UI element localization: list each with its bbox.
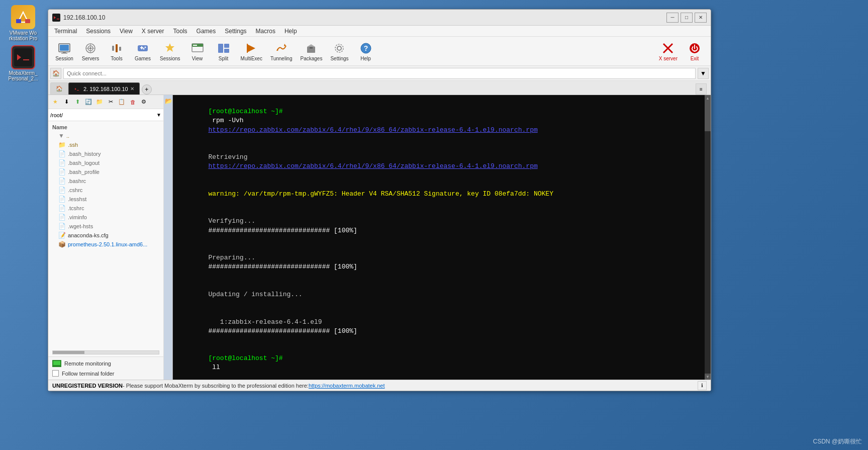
- tab-close-icon[interactable]: ✕: [130, 86, 134, 92]
- list-item[interactable]: 📄 .bashrc: [48, 176, 163, 186]
- games-button[interactable]: Games: [131, 40, 155, 62]
- menu-sessions[interactable]: Sessions: [82, 27, 115, 36]
- files-panel-icon[interactable]: 📂: [165, 97, 172, 105]
- session-button[interactable]: Session: [52, 40, 76, 62]
- menu-xserver[interactable]: X server: [138, 27, 168, 36]
- close-button[interactable]: ✕: [695, 13, 707, 23]
- sidebar-newfolder-icon[interactable]: 📁: [94, 97, 105, 107]
- path-input[interactable]: [50, 112, 156, 118]
- list-item[interactable]: 📁 .ssh: [48, 140, 163, 149]
- tab-session-active[interactable]: 2. 192.168.100.10 ✕: [68, 82, 140, 95]
- status-link[interactable]: https://mobaxterm.mobatek.net: [309, 383, 385, 389]
- scroll-thumb[interactable]: [705, 101, 711, 131]
- file-name: .bash_profile: [68, 169, 100, 175]
- menu-terminal[interactable]: Terminal: [50, 27, 81, 36]
- file-name: .tcshrc: [68, 205, 84, 211]
- svg-rect-20: [116, 44, 118, 52]
- terminal-line: Updating / installing...: [177, 281, 701, 309]
- list-item[interactable]: ▼ ..: [48, 131, 163, 140]
- tools-icon: [110, 41, 124, 55]
- list-item[interactable]: 📦 prometheus-2.50.1.linux-amd6...: [48, 240, 163, 249]
- multiexec-button[interactable]: MultiExec: [238, 40, 265, 62]
- svg-text:?: ?: [363, 44, 368, 52]
- url-link[interactable]: https://repo.zabbix.com/zabbix/6.4/rhel/…: [208, 126, 537, 134]
- svg-rect-49: [74, 86, 80, 92]
- list-item[interactable]: 📄 .bash_history: [48, 149, 163, 158]
- active-tab-label: 2. 192.168.100.10: [83, 86, 128, 92]
- sidebar-star-icon[interactable]: ★: [50, 97, 60, 107]
- menu-games[interactable]: Games: [192, 27, 220, 36]
- new-tab-button[interactable]: +: [142, 84, 152, 95]
- games-icon: [136, 41, 150, 55]
- list-item[interactable]: 📄 .bash_logout: [48, 158, 163, 167]
- svg-marker-34: [247, 44, 255, 52]
- exit-button[interactable]: ⏻ Exit: [683, 40, 707, 62]
- list-item[interactable]: 📄 .viminfo: [48, 213, 163, 222]
- list-item[interactable]: 📄 .bash_profile: [48, 167, 163, 176]
- sidebar-copy-icon[interactable]: 📋: [117, 97, 127, 107]
- packages-button[interactable]: Packages: [298, 40, 326, 62]
- tab-home[interactable]: 🏠: [50, 82, 68, 95]
- follow-folder-checkbox[interactable]: [52, 370, 59, 377]
- scroll-down-button[interactable]: ▼: [705, 374, 711, 380]
- sidebar-upload-icon[interactable]: ⬆: [72, 97, 82, 107]
- sidebar-cut-icon[interactable]: ✂: [106, 97, 116, 107]
- sessions-button[interactable]: Sessions: [157, 40, 183, 62]
- settings-button[interactable]: Settings: [327, 40, 351, 62]
- file-name: .bash_history: [68, 151, 101, 157]
- svg-rect-13: [61, 53, 67, 54]
- maximize-button[interactable]: □: [681, 13, 693, 23]
- menu-help[interactable]: Help: [280, 27, 301, 36]
- terminal-scrollbar[interactable]: ▲ ▼: [705, 95, 711, 380]
- terminal-line: Verifying... ###########################…: [177, 208, 701, 244]
- list-item[interactable]: 📝 anaconda-ks.cfg: [48, 231, 163, 240]
- menu-settings[interactable]: Settings: [221, 27, 250, 36]
- menu-view[interactable]: View: [116, 27, 137, 36]
- remote-monitoring[interactable]: Remote monitoring: [52, 360, 159, 367]
- scroll-up-button[interactable]: ▲: [705, 95, 711, 101]
- servers-button[interactable]: Servers: [78, 40, 103, 62]
- tab-menu-icon[interactable]: ≡: [696, 83, 707, 95]
- tools-button[interactable]: Tools: [105, 40, 129, 62]
- servers-label: Servers: [82, 56, 99, 61]
- sidebar-download-icon[interactable]: ⬇: [61, 97, 71, 107]
- xserver-button[interactable]: X server: [656, 40, 681, 62]
- url-link[interactable]: https://repo.zabbix.com/zabbix/6.4/rhel/…: [208, 162, 537, 170]
- terminal-area[interactable]: [root@localhost ~]# rpm -Uvh https://rep…: [173, 95, 705, 380]
- help-label: Help: [360, 56, 371, 61]
- sidebar-refresh-icon[interactable]: 🔄: [83, 97, 93, 107]
- list-item[interactable]: 📄 .tcshrc: [48, 204, 163, 213]
- follow-terminal-folder[interactable]: Follow terminal folder: [52, 370, 159, 377]
- split-button[interactable]: Split: [212, 40, 236, 62]
- help-button[interactable]: ? Help: [354, 40, 378, 62]
- path-dropdown-icon[interactable]: ▼: [156, 112, 161, 118]
- sidebar-settings-icon[interactable]: ⚙: [139, 97, 149, 107]
- menu-macros[interactable]: Macros: [252, 27, 279, 36]
- status-info-icon: ℹ: [698, 381, 707, 390]
- list-item[interactable]: 📄 .cshrc: [48, 186, 163, 195]
- desktop-icons: VMware Wo rkstation Pro MobaXterm_Person…: [5, 5, 41, 81]
- minimize-button[interactable]: ─: [666, 13, 679, 23]
- prompt: [root@localhost ~]#: [208, 354, 282, 362]
- list-item[interactable]: 📄 .wget-hsts: [48, 222, 163, 231]
- vmware-label: VMware Wo rkstation Pro: [5, 30, 41, 41]
- vmware-icon[interactable]: VMware Wo rkstation Pro: [5, 5, 41, 41]
- file-icon: 📄: [58, 159, 66, 166]
- menu-tools[interactable]: Tools: [169, 27, 191, 36]
- tunneling-label: Tunneling: [270, 56, 293, 61]
- file-icon: 📄: [58, 223, 66, 230]
- file-icon: 📄: [58, 205, 66, 212]
- quick-connect-input[interactable]: [63, 68, 696, 79]
- sidebar-delete-icon[interactable]: 🗑: [128, 97, 138, 107]
- view-button[interactable]: View: [185, 40, 210, 62]
- mobaterm-desktop-icon[interactable]: MobaXterm_Personal_2...: [5, 45, 41, 81]
- tab-bar-right: ≡: [696, 83, 709, 95]
- tunneling-button[interactable]: Tunneling: [267, 40, 296, 62]
- connect-dropdown-icon[interactable]: ▼: [698, 68, 709, 79]
- list-item[interactable]: 📄 .lesshst: [48, 195, 163, 204]
- svg-rect-54: [55, 366, 58, 366]
- mobaterm-window: 192.168.100.10 ─ □ ✕ Terminal Sessions V…: [48, 9, 711, 391]
- folder-icon: ▼: [58, 132, 64, 139]
- connect-home-icon[interactable]: 🏠: [50, 68, 61, 79]
- file-icon: 📄: [58, 168, 66, 175]
